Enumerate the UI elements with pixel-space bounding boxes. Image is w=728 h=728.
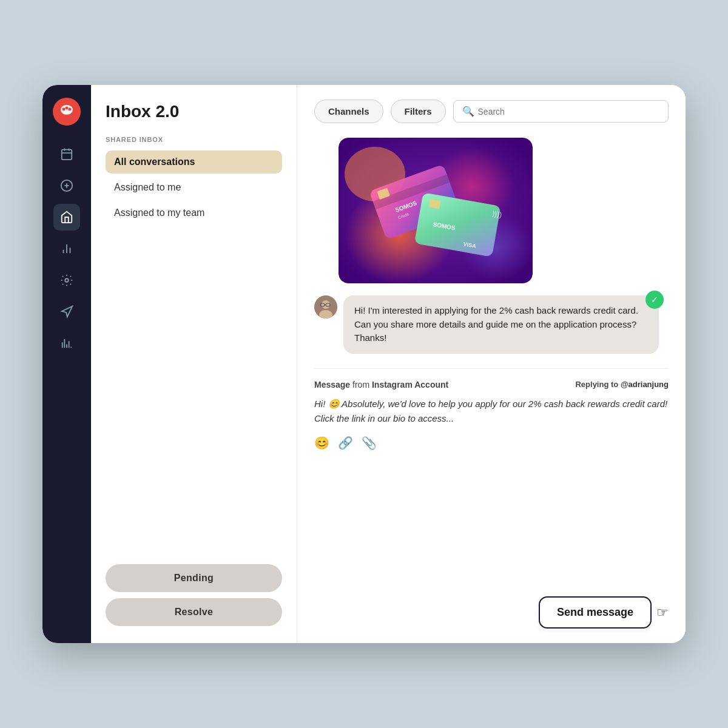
search-box: 🔍: [453, 100, 669, 123]
svg-point-4: [69, 108, 72, 111]
svg-point-3: [66, 107, 69, 110]
search-input[interactable]: [478, 107, 659, 116]
pending-button[interactable]: Pending: [106, 564, 282, 592]
nav-list: All conversations Assigned to me Assigne…: [106, 150, 282, 227]
sidebar: [42, 85, 91, 643]
chat-messages: SOMOS Credit SOMOS VISA: [314, 138, 669, 592]
resolve-button[interactable]: Resolve: [106, 598, 282, 626]
compose-icon[interactable]: [53, 172, 80, 199]
credit-card-image: SOMOS Credit SOMOS VISA: [339, 138, 533, 283]
attachment-icon[interactable]: 📎: [362, 436, 377, 450]
link-icon[interactable]: 🔗: [338, 436, 353, 450]
instagram-message-section: Message from Instagram Account Replying …: [314, 368, 669, 460]
svg-text:)))): )))): [491, 209, 502, 220]
emoji-icon[interactable]: 😊: [314, 436, 329, 450]
send-area: Send message ☞: [314, 596, 669, 629]
action-buttons: Pending Resolve: [106, 552, 282, 626]
analytics-icon[interactable]: [53, 235, 80, 262]
svg-rect-5: [62, 150, 72, 160]
message-tools: 😊 🔗 📎: [314, 436, 669, 450]
incoming-message-row: Hi! I'm interested in applying for the 2…: [314, 295, 669, 354]
inbox-icon[interactable]: [53, 204, 80, 231]
filters-button[interactable]: Filters: [391, 99, 446, 123]
incoming-bubble: Hi! I'm interested in applying for the 2…: [343, 295, 659, 354]
avatar: [314, 295, 337, 318]
main-area: Inbox 2.0 SHARED INBOX All conversations…: [91, 85, 686, 643]
section-label: SHARED INBOX: [106, 136, 282, 143]
send-message-button[interactable]: Send message: [539, 596, 652, 629]
left-panel: Inbox 2.0 SHARED INBOX All conversations…: [91, 85, 297, 643]
chat-panel: Channels Filters 🔍: [297, 85, 686, 643]
channels-button[interactable]: Channels: [314, 99, 383, 123]
nav-item-all-conversations[interactable]: All conversations: [106, 150, 282, 174]
cursor-icon: ☞: [656, 605, 669, 621]
message-from-label: Message from Instagram Account: [314, 380, 448, 389]
chat-toolbar: Channels Filters 🔍: [314, 99, 669, 123]
calendar-icon[interactable]: [53, 141, 80, 167]
reports-icon[interactable]: [53, 330, 80, 357]
svg-point-2: [62, 108, 66, 111]
app-window: Inbox 2.0 SHARED INBOX All conversations…: [42, 85, 686, 643]
nav-item-assigned-to-me[interactable]: Assigned to me: [106, 176, 282, 199]
page-title: Inbox 2.0: [106, 102, 282, 121]
hootsuite-logo[interactable]: [52, 97, 81, 126]
svg-point-15: [65, 278, 69, 282]
message-meta: Message from Instagram Account Replying …: [314, 380, 669, 389]
draft-text: Hi! 😊 Absolutely, we'd love to help you …: [314, 397, 669, 426]
search-icon: 🔍: [462, 106, 474, 117]
insights-icon[interactable]: [53, 267, 80, 294]
read-tick: ✓: [645, 291, 664, 309]
incoming-message-text: Hi! I'm interested in applying for the 2…: [354, 305, 638, 343]
reply-to: Replying to @adrianjung: [575, 380, 669, 389]
nav-item-assigned-to-team[interactable]: Assigned to my team: [106, 201, 282, 224]
megaphone-icon[interactable]: [53, 298, 80, 325]
